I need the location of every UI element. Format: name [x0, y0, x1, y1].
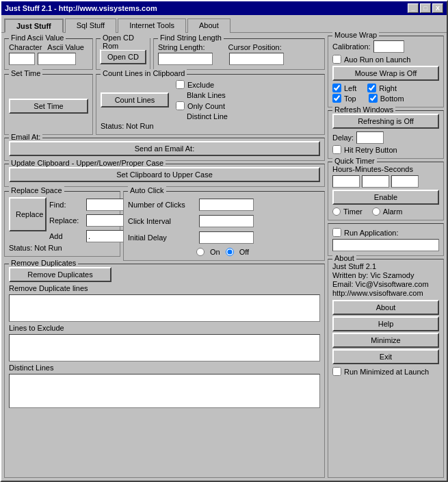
ascii-value-input[interactable]: [38, 53, 76, 65]
find-ascii-group: Find Ascii Value Character Ascii Value: [4, 38, 93, 70]
tab-about[interactable]: About: [187, 18, 230, 33]
alarm-radio[interactable]: [372, 207, 380, 216]
timer-alarm-row: Timer Alarm: [332, 207, 439, 216]
count-status-row: Status: Not Run: [101, 122, 320, 130]
exclude-blank-checkbox[interactable]: [176, 80, 185, 89]
find-row: Find:: [49, 199, 127, 211]
auto-run-checkbox[interactable]: [332, 55, 341, 64]
left-label: Left: [344, 84, 356, 92]
set-time-group: Set Time Set Time: [4, 74, 93, 135]
title-bar: Just Stuff 2.1 - http://www.vsisystems.c…: [1, 1, 447, 15]
minimize-app-button[interactable]: Minimize: [332, 333, 439, 348]
num-clicks-label: Number of Clicks: [128, 201, 196, 209]
auto-click-title: Auto Click: [128, 186, 166, 194]
initial-delay-input[interactable]: 1: [199, 231, 254, 244]
open-cd-title: Open CD Rom: [101, 34, 150, 50]
top-label: Top: [344, 94, 356, 103]
run-app-input[interactable]: [332, 239, 439, 251]
update-clipboard-group: Update Clipboard - Upper/Lower/Proper Ca…: [4, 164, 325, 187]
calibration-label: Calibration:: [332, 42, 371, 51]
on-radio[interactable]: [196, 248, 205, 256]
initial-delay-label: Initial Delay: [128, 233, 196, 242]
only-count-checkbox[interactable]: [176, 101, 185, 110]
timer-radio[interactable]: [332, 207, 341, 216]
bottom-checkbox[interactable]: [369, 94, 378, 103]
exit-button[interactable]: Exit: [332, 349, 439, 364]
help-button[interactable]: Help: [332, 316, 439, 331]
cursor-position-input[interactable]: [229, 53, 284, 65]
find-string-title: Find String Length: [158, 34, 224, 42]
remove-duplicates-button[interactable]: Remove Duplicates: [9, 267, 111, 282]
add-label: Add: [49, 232, 83, 240]
click-interval-input[interactable]: 100: [199, 215, 254, 227]
on-off-row: On Off: [196, 248, 320, 256]
blank-lines-row: Blank Lines: [176, 91, 228, 99]
string-length-input[interactable]: [158, 53, 213, 65]
hit-retry-checkbox[interactable]: [332, 145, 341, 154]
maximize-button[interactable]: □: [420, 3, 431, 13]
exclude-blank-row: Exclude: [176, 80, 228, 89]
count-lines-group: Count Lines in Clipboard Count Lines Exc…: [96, 74, 325, 135]
open-cd-rom-group: Open CD Rom Open CD: [96, 38, 150, 70]
replace-button[interactable]: Replace: [9, 197, 47, 231]
about-line2: Written by: Vic Szamody: [332, 271, 439, 279]
replace-space-group: Replace Space Replace Find: Replace:: [4, 191, 120, 257]
send-email-button[interactable]: Send an Email At:: [9, 141, 320, 156]
find-input[interactable]: [86, 199, 127, 211]
refreshing-status-button[interactable]: Refreshing is Off: [332, 114, 439, 129]
right-checkbox[interactable]: [367, 84, 376, 92]
bottom-label: Bottom: [380, 94, 404, 103]
run-app-checkbox[interactable]: [332, 228, 341, 237]
left-right-row: Left Right: [332, 84, 439, 92]
initial-delay-row: Initial Delay 1: [128, 231, 320, 244]
email-at-title: Email At:: [9, 133, 42, 141]
set-clipboard-button[interactable]: Set Clipboard to Upper Case: [9, 167, 320, 182]
left-checkbox[interactable]: [332, 84, 341, 92]
delay-row: Delay: 30: [332, 131, 439, 144]
off-radio[interactable]: [226, 248, 234, 256]
lines-to-exclude-textarea[interactable]: [9, 334, 320, 362]
close-button[interactable]: X: [432, 3, 443, 13]
character-input[interactable]: [9, 53, 35, 65]
main-window: Just Stuff 2.1 - http://www.vsisystems.c…: [0, 0, 448, 482]
replace-input[interactable]: [86, 214, 127, 227]
count-status-label: Status: Not Run: [101, 122, 154, 130]
minimize-button[interactable]: _: [408, 3, 419, 13]
add-row: Add: [49, 230, 127, 242]
num-clicks-input[interactable]: 100: [199, 199, 254, 211]
run-app-label: Run Application:: [344, 229, 399, 237]
hours-input[interactable]: [332, 175, 360, 188]
tab-sql-stuff[interactable]: Sql Stuff: [65, 18, 116, 33]
tab-internet-tools[interactable]: Internet Tools: [118, 18, 186, 33]
tab-just-stuff[interactable]: Just Stuff: [4, 18, 64, 33]
mouse-wrap-group: Mouse Wrap Calibration: 100 Auo Run on L…: [328, 36, 444, 107]
about-button[interactable]: About: [332, 300, 439, 315]
count-lines-button[interactable]: Count Lines: [101, 92, 169, 107]
distinct-lines-textarea[interactable]: [9, 374, 320, 408]
mouse-wrap-status-button[interactable]: Mouse Wrap is Off: [332, 66, 439, 81]
set-time-title: Set Time: [9, 69, 42, 77]
hit-retry-label: Hit Retry Button: [344, 146, 397, 154]
minutes-input[interactable]: [362, 175, 389, 188]
open-cd-button[interactable]: Open CD: [100, 49, 146, 64]
replace-status: Status: Not Run: [9, 244, 62, 252]
add-input[interactable]: [86, 230, 127, 242]
mouse-wrap-title: Mouse Wrap: [332, 31, 379, 39]
enable-button[interactable]: Enable: [332, 190, 439, 205]
run-minimized-checkbox[interactable]: [332, 367, 341, 376]
hit-retry-row: Hit Retry Button: [332, 145, 439, 154]
calibration-input[interactable]: 100: [373, 40, 404, 53]
remove-lines-textarea[interactable]: [9, 294, 320, 322]
about-group: About Just Stuff 2.1 Written by: Vic Sza…: [328, 259, 444, 478]
exclude-label: Exclude: [187, 81, 214, 89]
seconds-input[interactable]: [391, 175, 419, 188]
about-line1: Just Stuff 2.1: [332, 262, 439, 270]
string-length-label: String Length:: [158, 43, 205, 51]
find-ascii-title: Find Ascii Value: [9, 34, 66, 42]
replace-row: Replace:: [49, 214, 127, 227]
delay-label: Delay:: [332, 134, 354, 142]
set-time-button[interactable]: Set Time: [9, 99, 88, 114]
delay-input[interactable]: 30: [356, 131, 384, 144]
num-clicks-row: Number of Clicks 100: [128, 199, 320, 211]
top-checkbox[interactable]: [332, 94, 341, 103]
